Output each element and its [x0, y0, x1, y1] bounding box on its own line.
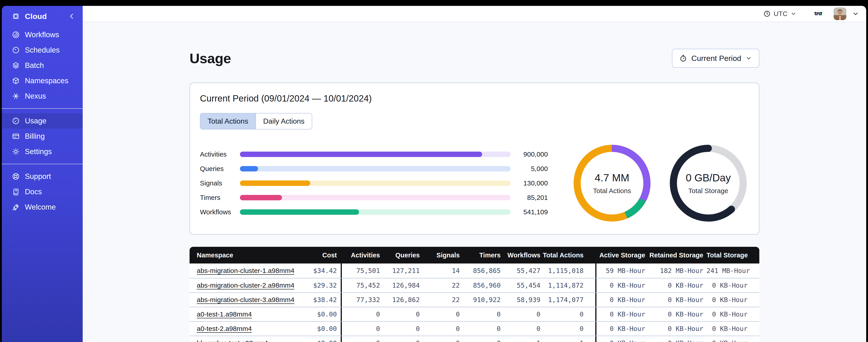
welcome-icon [12, 203, 20, 211]
bar-label: Queries [200, 165, 240, 173]
value-cell: 0 KB-Hour [648, 325, 707, 333]
user-avatar[interactable] [834, 7, 846, 20]
value-cell: 0 [463, 310, 504, 318]
value-cell: 14 [423, 267, 463, 275]
sidebar-item-schedules[interactable]: Schedules [2, 42, 83, 58]
value-cell: 55,427 [504, 267, 544, 275]
value-cell: 0 KB-Hour [707, 325, 759, 333]
value-cell: 0 [544, 322, 596, 336]
bar-fill [240, 166, 258, 171]
value-cell: 1 [544, 336, 596, 342]
bar-value: 5,000 [510, 165, 548, 173]
actions-bar-chart: Activities 900,000Queries 5,000Signals 1… [200, 147, 548, 219]
value-cell: 856,865 [463, 267, 504, 275]
sidebar-item-billing[interactable]: Billing [2, 129, 83, 144]
sidebar-item-label: Support [25, 172, 51, 181]
tab-daily-actions[interactable]: Daily Actions [255, 113, 312, 129]
sidebar-item-usage[interactable]: Usage [2, 113, 83, 129]
bar-row-queries: Queries 5,000 [200, 162, 548, 176]
temporal-logo-icon [12, 12, 20, 20]
namespace-cell: abs-migration-cluster-1.a98mm4 [190, 267, 285, 275]
namespace-link[interactable]: abs-migration-cluster-3.a98mm4 [197, 296, 294, 303]
value-cell: 59 MB-Hour [596, 267, 648, 275]
namespace-link[interactable]: abs-migration-cluster-1.a98mm4 [197, 267, 294, 274]
sidebar-item-workflows[interactable]: Workflows [2, 27, 83, 42]
column-header-signals: Signals [423, 251, 463, 259]
batch-icon [12, 61, 20, 69]
namespace-cell: a0-test-1.a98mm4 [190, 310, 285, 318]
value-cell: 1 [504, 339, 544, 342]
value-cell: 22 [423, 296, 463, 304]
value-cell: 0 [383, 310, 423, 318]
bar-value: 130,000 [510, 179, 548, 187]
sidebar-item-docs[interactable]: Docs [2, 184, 83, 199]
period-button-label: Current Period [691, 54, 741, 63]
value-cell: 910,922 [463, 296, 504, 304]
bar-row-signals: Signals 130,000 [200, 176, 548, 191]
namespaces-icon [12, 77, 20, 85]
sidebar-item-label: Schedules [25, 46, 60, 55]
donut-total-storage: 0 GB/Day Total Storage [668, 143, 749, 224]
sidebar-item-settings[interactable]: Settings [2, 144, 83, 159]
bar-value: 900,000 [510, 150, 548, 158]
glasses-icon[interactable] [812, 9, 824, 19]
value-cell: $0.00 [285, 322, 342, 336]
donut-label: Total Actions [593, 187, 631, 195]
sidebar-item-welcome[interactable]: Welcome [2, 199, 83, 215]
sidebar-item-label: Docs [25, 187, 42, 196]
value-cell: 0 KB-Hour [596, 325, 648, 333]
tab-total-actions[interactable]: Total Actions [200, 113, 255, 129]
sidebar-item-batch[interactable]: Batch [2, 58, 83, 73]
sidebar: Cloud Workflows Schedules Batch Namespac… [2, 6, 83, 342]
namespace-link[interactable]: abs-migration-cluster-2.a98mm4 [197, 281, 294, 289]
value-cell: 0 [342, 325, 383, 333]
value-cell: 241 MB-Hour [707, 267, 759, 275]
donut-charts: 4.7 MM Total Actions 0 GB/Day Total Stor… [571, 143, 749, 224]
value-cell: 126,984 [383, 281, 423, 289]
sidebar-item-nexus[interactable]: Nexus [2, 89, 83, 104]
namespace-link[interactable]: a0-test-1.a98mm4 [197, 310, 252, 318]
account-chevron-down-icon[interactable] [852, 10, 860, 18]
value-cell: 0 KB-Hour [596, 339, 648, 342]
bar-track [240, 166, 510, 171]
table-row: a0-test-2.a98mm4$0.000000000 KB-Hour0 KB… [190, 321, 759, 336]
value-cell: 0 KB-Hour [707, 339, 759, 342]
sidebar-item-namespaces[interactable]: Namespaces [2, 73, 83, 89]
value-cell: 75,501 [342, 267, 383, 275]
bar-fill [240, 195, 282, 200]
column-header-total-actions: Total Actions [544, 247, 596, 264]
value-cell: 126,862 [383, 296, 423, 304]
sidebar-item-label: Usage [25, 116, 46, 125]
value-cell: 127,211 [383, 267, 423, 275]
namespace-link[interactable]: a0-test-2.a98mm4 [197, 325, 252, 332]
card-title: Current Period (09/01/2024 — 10/01/2024) [200, 93, 749, 104]
value-cell: 0 KB-Hour [648, 281, 707, 289]
timezone-selector[interactable]: UTC [763, 10, 797, 18]
bar-row-activities: Activities 900,000 [200, 147, 548, 162]
value-cell: 0 [463, 325, 504, 333]
nexus-icon [12, 92, 20, 100]
value-cell: $34.42 [285, 264, 342, 278]
value-cell: 77,332 [342, 296, 383, 304]
bar-track [240, 195, 510, 200]
brand-label: Cloud [25, 12, 47, 21]
current-period-card: Current Period (09/01/2024 — 10/01/2024)… [190, 82, 759, 235]
value-cell: 0 [423, 310, 463, 318]
value-cell: 75,452 [342, 281, 383, 289]
sidebar-nav: Workflows Schedules Batch Namespaces Nex… [2, 27, 83, 215]
namespace-link[interactable]: bk-worker-test.a98mm4 [197, 339, 268, 342]
period-selector-button[interactable]: Current Period [672, 49, 759, 68]
column-header-timers: Timers [463, 251, 504, 259]
bar-value: 85,201 [510, 194, 548, 201]
schedules-icon [12, 46, 20, 54]
value-cell: 1,174,077 [544, 293, 596, 307]
value-cell: 0 KB-Hour [596, 281, 648, 289]
value-cell: 0 [504, 310, 544, 318]
sidebar-item-support[interactable]: Support [2, 169, 83, 184]
docs-icon [12, 188, 20, 196]
sidebar-collapse-icon[interactable] [68, 12, 76, 20]
workflows-icon [12, 31, 20, 39]
table-body: abs-migration-cluster-1.a98mm4$34.4275,5… [190, 264, 759, 342]
value-cell: 22 [423, 281, 463, 289]
column-header-activities: Activities [342, 251, 383, 259]
